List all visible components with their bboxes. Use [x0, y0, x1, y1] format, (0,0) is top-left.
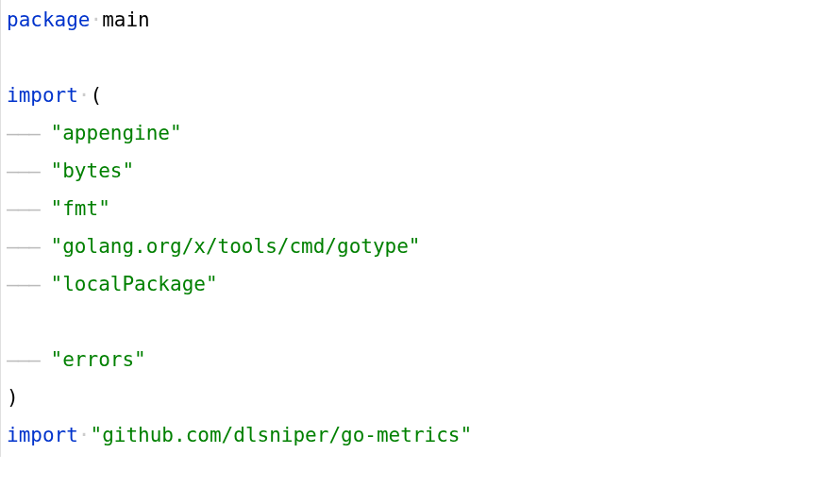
indent-guide: ——— — [7, 228, 51, 266]
keyword-import: import — [7, 77, 78, 115]
import-path: "golang.org/x/tools/cmd/gotype" — [51, 228, 421, 266]
whitespace-indicator: · — [78, 77, 91, 115]
code-line[interactable] — [7, 304, 817, 342]
code-line[interactable]: ——— "fmt" — [7, 191, 817, 228]
indent-guide: ——— — [7, 191, 51, 228]
code-line[interactable]: import·( — [7, 77, 817, 115]
code-line[interactable]: ) — [7, 379, 817, 417]
code-line[interactable]: ——— "appengine" — [7, 115, 817, 153]
import-path: "bytes" — [51, 153, 135, 191]
open-paren: ( — [91, 77, 103, 115]
close-paren: ) — [7, 379, 19, 417]
import-path: "appengine" — [51, 115, 182, 153]
whitespace-indicator: · — [78, 417, 91, 455]
code-line[interactable] — [7, 40, 817, 77]
whitespace-indicator: · — [91, 2, 103, 40]
code-editor[interactable]: package·main import·( ——— "appengine" ——… — [0, 0, 823, 457]
import-path: "fmt" — [51, 191, 110, 228]
code-line[interactable]: ——— "localPackage" — [7, 266, 817, 304]
code-line[interactable]: package·main — [7, 2, 817, 40]
indent-guide: ——— — [7, 153, 51, 191]
import-path: "errors" — [51, 342, 146, 379]
keyword-package: package — [7, 2, 91, 40]
code-line[interactable]: ——— "golang.org/x/tools/cmd/gotype" — [7, 228, 817, 266]
indent-guide: ——— — [7, 342, 51, 379]
indent-guide: ——— — [7, 266, 51, 304]
indent-guide: ——— — [7, 115, 51, 153]
code-line[interactable]: import·"github.com/dlsniper/go-metrics" — [7, 417, 817, 455]
code-line[interactable]: ——— "errors" — [7, 342, 817, 379]
import-path: "github.com/dlsniper/go-metrics" — [91, 417, 473, 455]
keyword-import: import — [7, 417, 78, 455]
package-name: main — [102, 2, 150, 40]
import-path: "localPackage" — [51, 266, 218, 304]
code-line[interactable]: ——— "bytes" — [7, 153, 817, 191]
